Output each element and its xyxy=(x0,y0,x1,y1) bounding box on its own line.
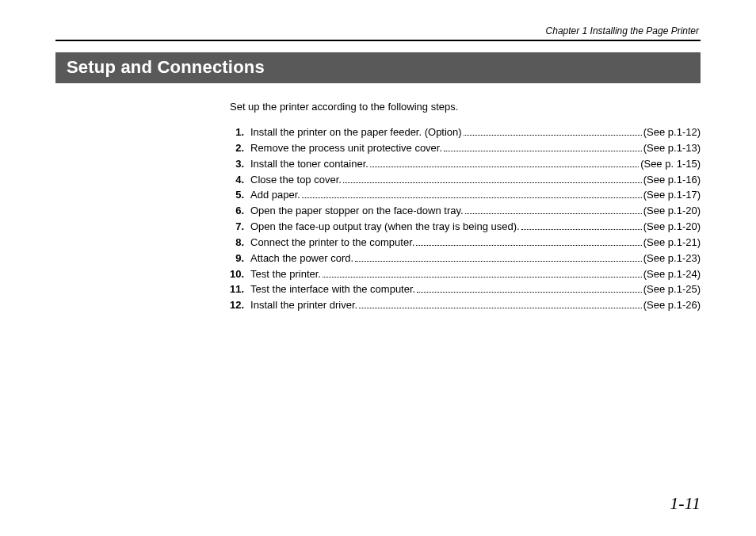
step-text: Connect the printer to the computer. xyxy=(250,235,414,251)
step-body: Install the toner container. (See p. 1-1… xyxy=(250,157,701,172)
step-page-ref: (See p.1-20) xyxy=(643,220,701,235)
step-number: 7. xyxy=(230,220,250,235)
step-body: Open the paper stopper on the face-down … xyxy=(250,204,701,219)
step-row: 1.Install the printer on the paper feede… xyxy=(230,125,701,140)
leader-dots xyxy=(444,143,642,151)
step-body: Close the top cover. (See p.1-16) xyxy=(250,173,701,188)
step-number: 10. xyxy=(230,267,250,282)
step-row: 5.Add paper. (See p.1-17) xyxy=(230,188,701,203)
step-page-ref: (See p. 1-15) xyxy=(640,157,701,172)
step-number: 11. xyxy=(230,282,250,297)
leader-dots xyxy=(359,301,642,308)
step-number: 3. xyxy=(230,157,250,172)
leader-dots xyxy=(417,285,642,293)
leader-dots xyxy=(370,159,639,167)
step-body: Install the printer on the paper feeder.… xyxy=(250,125,701,140)
step-page-ref: (See p.1-12) xyxy=(643,125,701,140)
step-row: 10.Test the printer. (See p.1-24) xyxy=(230,267,701,282)
step-page-ref: (See p.1-13) xyxy=(643,141,701,156)
step-body: Remove the process unit protective cover… xyxy=(250,141,701,156)
step-text: Open the paper stopper on the face-down … xyxy=(250,204,464,219)
step-number: 8. xyxy=(230,235,250,251)
step-number: 6. xyxy=(230,204,250,219)
leader-dots xyxy=(302,190,642,198)
leader-dots xyxy=(464,128,642,136)
page-number: 1-11 xyxy=(670,493,701,514)
step-body: Add paper. (See p.1-17) xyxy=(250,188,701,203)
leader-dots xyxy=(416,238,641,246)
step-row: 3.Install the toner container. (See p. 1… xyxy=(230,157,701,172)
leader-dots xyxy=(465,206,642,214)
intro-text: Set up the printer according to the foll… xyxy=(230,101,701,113)
step-row: 8.Connect the printer to the computer. (… xyxy=(230,235,701,251)
step-page-ref: (See p.1-17) xyxy=(643,188,701,203)
step-page-ref: (See p.1-23) xyxy=(643,251,701,266)
step-number: 4. xyxy=(230,173,250,188)
leader-dots xyxy=(355,253,642,261)
step-text: Attach the power cord. xyxy=(250,251,353,266)
step-number: 5. xyxy=(230,188,250,203)
step-body: Connect the printer to the computer. (Se… xyxy=(250,235,701,251)
step-text: Install the toner container. xyxy=(250,157,368,172)
step-body: Install the printer driver. (See p.1-26) xyxy=(250,298,701,313)
step-page-ref: (See p.1-26) xyxy=(643,298,701,313)
step-row: 12.Install the printer driver. (See p.1-… xyxy=(230,298,701,313)
step-page-ref: (See p.1-16) xyxy=(643,173,701,188)
steps-list: 1.Install the printer on the paper feede… xyxy=(230,125,701,313)
step-text: Close the top cover. xyxy=(250,173,342,188)
step-text: Install the printer driver. xyxy=(250,298,357,313)
step-text: Open the face-up output tray (when the t… xyxy=(250,220,520,235)
step-page-ref: (See p.1-25) xyxy=(643,282,701,297)
step-row: 4.Close the top cover. (See p.1-16) xyxy=(230,173,701,188)
step-number: 1. xyxy=(230,125,250,140)
step-row: 2.Remove the process unit protective cov… xyxy=(230,141,701,156)
step-text: Install the printer on the paper feeder.… xyxy=(250,125,462,140)
step-body: Test the interface with the computer. (S… xyxy=(250,282,701,297)
step-row: 7.Open the face-up output tray (when the… xyxy=(230,220,701,235)
step-body: Test the printer. (See p.1-24) xyxy=(250,267,701,282)
step-row: 9.Attach the power cord. (See p.1-23) xyxy=(230,251,701,266)
step-text: Test the printer. xyxy=(250,267,321,282)
document-page: Chapter 1 Installing the Page Printer Se… xyxy=(0,0,756,313)
section-title: Setup and Connections xyxy=(55,52,701,83)
leader-dots xyxy=(323,269,642,277)
step-body: Attach the power cord. (See p.1-23) xyxy=(250,251,701,266)
step-body: Open the face-up output tray (when the t… xyxy=(250,220,701,235)
step-row: 6.Open the paper stopper on the face-dow… xyxy=(230,204,701,219)
step-row: 11.Test the interface with the computer.… xyxy=(230,282,701,297)
step-page-ref: (See p.1-24) xyxy=(643,267,701,282)
header-rule xyxy=(55,40,701,41)
step-number: 2. xyxy=(230,141,250,156)
leader-dots xyxy=(343,174,642,182)
step-number: 12. xyxy=(230,298,250,313)
chapter-header: Chapter 1 Installing the Page Printer xyxy=(55,25,701,36)
step-page-ref: (See p.1-21) xyxy=(643,235,701,251)
step-text: Remove the process unit protective cover… xyxy=(250,141,442,156)
leader-dots xyxy=(521,222,642,230)
step-text: Test the interface with the computer. xyxy=(250,282,415,297)
step-page-ref: (See p.1-20) xyxy=(643,204,701,219)
step-text: Add paper. xyxy=(250,188,300,203)
step-number: 9. xyxy=(230,251,250,266)
